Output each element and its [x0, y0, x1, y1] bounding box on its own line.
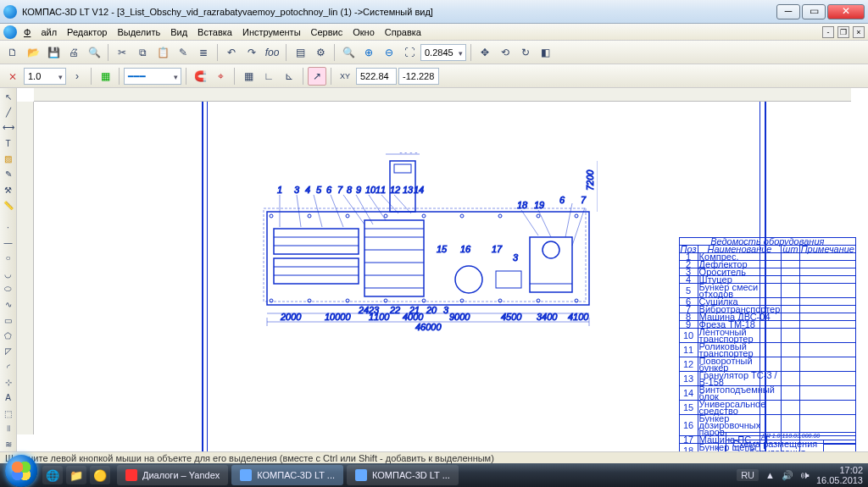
snap1-icon[interactable]: 🧲: [191, 67, 209, 86]
arc-tool-icon[interactable]: ◡: [1, 267, 16, 280]
equid-tool-icon[interactable]: ⦀: [1, 422, 16, 435]
fillet-tool-icon[interactable]: ◜: [1, 360, 16, 374]
ellipse-tool-icon[interactable]: ⬭: [1, 282, 16, 296]
preview-icon[interactable]: 🔍: [85, 43, 103, 62]
menu-file[interactable]: Файл: [24, 27, 57, 37]
task-yandex[interactable]: Диалоги – Yandex: [117, 465, 228, 485]
measure-tool-icon[interactable]: 📏: [1, 198, 16, 212]
param-tool-icon[interactable]: ⚒: [1, 183, 16, 196]
svg-text:23: 23: [368, 305, 380, 315]
contour-tool-icon[interactable]: ⬚: [1, 407, 16, 420]
menu-view[interactable]: Вид: [170, 27, 187, 37]
new-icon[interactable]: 🗋: [3, 43, 22, 62]
select-tool-icon[interactable]: ↖: [1, 90, 16, 103]
style-icon[interactable]: ✎: [174, 43, 192, 62]
dim-tool-icon[interactable]: ⟷: [1, 121, 16, 135]
zoom-out-icon[interactable]: ⊖: [380, 43, 398, 62]
minimize-button[interactable]: ─: [776, 4, 800, 19]
snap2-icon[interactable]: ⌖: [211, 67, 230, 86]
clock[interactable]: 17:02 16.05.2013: [816, 465, 863, 485]
chrome-icon[interactable]: 🟡: [90, 466, 110, 484]
ortho-icon[interactable]: ∟: [259, 67, 278, 86]
ie-icon[interactable]: 🌐: [42, 466, 63, 484]
zoom-window-icon[interactable]: 🔍: [339, 43, 358, 62]
line-tool-icon[interactable]: ╱: [1, 105, 16, 119]
edit-tool-icon[interactable]: ✎: [1, 168, 16, 181]
helper-icon[interactable]: ◧: [537, 43, 555, 62]
spline-tool-icon[interactable]: ∿: [1, 298, 16, 312]
zoom-combo[interactable]: 0.2845: [420, 44, 466, 61]
menu-insert[interactable]: Вставка: [198, 27, 232, 37]
cut-icon[interactable]: ✂: [113, 43, 131, 62]
vars-icon[interactable]: ⚙: [311, 43, 330, 62]
axis-tool-icon[interactable]: ⊹: [1, 375, 16, 389]
circle-tool-icon[interactable]: ○: [1, 252, 16, 265]
tray-power-icon[interactable]: 🕪: [800, 470, 810, 480]
zoom-in-icon[interactable]: ⊕: [359, 43, 378, 62]
menu-window[interactable]: Окно: [353, 27, 375, 37]
start-button[interactable]: [5, 455, 37, 487]
table-row: 5Бункер смеси отходов: [679, 284, 855, 298]
zoom-fit-icon[interactable]: ⛶: [400, 43, 419, 62]
drawing-canvas[interactable]: 6000 7200 2000 10000 1100 4000 9000 4500…: [17, 88, 868, 451]
lcs-icon[interactable]: ↗: [308, 67, 326, 86]
poly-tool-icon[interactable]: ⬠: [1, 329, 16, 342]
lang-indicator[interactable]: RU: [737, 469, 759, 481]
scale-combo[interactable]: 1.0: [24, 68, 66, 85]
tray-flag-icon[interactable]: ▲: [765, 470, 775, 480]
tray-network-icon[interactable]: 🔊: [782, 470, 793, 481]
task-kompas-2[interactable]: КОМПАС-3D LT ...: [347, 465, 459, 485]
svg-point-16: [460, 299, 464, 302]
round-icon[interactable]: ⊾: [280, 67, 298, 86]
svg-text:11: 11: [376, 185, 386, 195]
redo-icon[interactable]: ↷: [242, 43, 261, 62]
close-button[interactable]: ✕: [827, 4, 865, 19]
props-icon[interactable]: ≣: [194, 43, 213, 62]
xy-icon[interactable]: XY: [336, 67, 354, 86]
grid-icon[interactable]: ▦: [239, 67, 258, 86]
mdi-minimize-button[interactable]: -: [822, 26, 834, 38]
layer-icon[interactable]: ▦: [96, 67, 114, 86]
paste-icon[interactable]: 📋: [153, 43, 172, 62]
point-tool-icon[interactable]: ·: [1, 220, 16, 234]
menu-service[interactable]: Сервис: [311, 27, 343, 37]
coord-y[interactable]: -12.228: [398, 68, 439, 85]
menu-select[interactable]: Выделить: [117, 27, 160, 37]
prev-view-icon[interactable]: ⟲: [496, 43, 515, 62]
svg-text:6: 6: [326, 185, 332, 195]
equipment-table: Ведомость оборудования Поз Наименование …: [679, 237, 856, 451]
task-kompas-1[interactable]: КОМПАС-3D LT ...: [231, 465, 343, 485]
chamfer-tool-icon[interactable]: ◸: [1, 345, 16, 358]
fx-icon[interactable]: foo: [263, 43, 281, 62]
undo-icon[interactable]: ↶: [222, 43, 241, 62]
svg-point-7: [460, 214, 464, 218]
svg-rect-21: [274, 258, 359, 284]
mdi-close-button[interactable]: ×: [853, 26, 865, 38]
pan-icon[interactable]: ✥: [476, 43, 494, 62]
menu-help[interactable]: Справка: [385, 27, 421, 37]
hatch-tool-icon[interactable]: ▨: [1, 152, 16, 165]
explorer-icon[interactable]: 📁: [66, 466, 86, 484]
stop-icon[interactable]: ⨯: [3, 67, 22, 86]
layers-icon[interactable]: ▤: [291, 43, 309, 62]
svg-text:4: 4: [305, 185, 310, 195]
rect-tool-icon[interactable]: ▭: [1, 313, 16, 327]
system-tray[interactable]: RU ▲ 🔊 🕪 17:02 16.05.2013: [732, 465, 868, 485]
text-tool-icon[interactable]: T: [1, 136, 16, 150]
print-icon[interactable]: 🖨: [64, 43, 83, 62]
linestyle-combo[interactable]: ━━━: [124, 68, 181, 85]
refresh-icon[interactable]: ↻: [516, 43, 535, 62]
open-icon[interactable]: 📂: [24, 43, 42, 62]
step-icon[interactable]: ›: [68, 67, 86, 86]
maximize-button[interactable]: ▭: [802, 4, 826, 19]
gather-tool-icon[interactable]: ≋: [1, 438, 16, 451]
mdi-restore-button[interactable]: ❐: [837, 26, 849, 38]
copy-icon[interactable]: ⧉: [133, 43, 152, 62]
label-tool-icon[interactable]: A: [1, 391, 16, 405]
svg-line-43: [331, 195, 343, 227]
menu-tools[interactable]: Инструменты: [242, 27, 301, 37]
seg-tool-icon[interactable]: —: [1, 235, 16, 249]
coord-x[interactable]: 522.84: [356, 68, 397, 85]
save-icon[interactable]: 💾: [44, 43, 63, 62]
menu-editor[interactable]: Редактор: [67, 27, 107, 37]
